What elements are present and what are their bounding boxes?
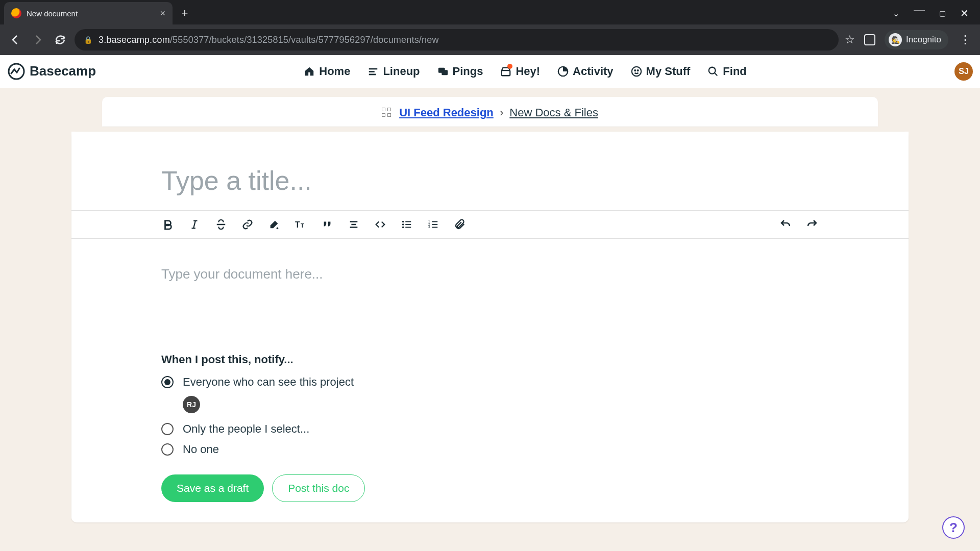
extensions-icon[interactable] xyxy=(864,34,875,45)
quote-button[interactable] xyxy=(321,218,334,231)
help-button[interactable]: ? xyxy=(942,516,965,539)
grid-icon[interactable] xyxy=(382,108,391,117)
bookmark-icon[interactable]: ☆ xyxy=(845,33,855,46)
nav-lineup[interactable]: Lineup xyxy=(368,65,420,78)
back-button[interactable] xyxy=(7,32,23,48)
nav-pings-label: Pings xyxy=(453,65,483,78)
nav-activity[interactable]: Activity xyxy=(557,65,613,78)
save-draft-button[interactable]: Save as a draft xyxy=(161,474,264,502)
browser-tab[interactable]: New document × xyxy=(4,2,173,24)
bullet-list-button[interactable] xyxy=(400,218,413,231)
help-icon: ? xyxy=(949,520,958,536)
svg-rect-18 xyxy=(405,221,411,222)
member-initials: RJ xyxy=(187,400,196,409)
nav-lineup-label: Lineup xyxy=(383,65,420,78)
radio-icon xyxy=(161,443,174,456)
radio-icon xyxy=(161,376,174,388)
document-body-input[interactable] xyxy=(71,239,909,351)
svg-text:3: 3 xyxy=(428,225,430,229)
bold-button[interactable] xyxy=(161,218,175,231)
search-icon xyxy=(707,66,719,77)
undo-button[interactable] xyxy=(779,218,792,231)
url-field[interactable]: 🔒 3.basecamp.com/5550377/buckets/3132581… xyxy=(75,29,839,51)
highlight-button[interactable] xyxy=(267,218,281,231)
svg-rect-2 xyxy=(369,71,375,72)
user-avatar[interactable]: SJ xyxy=(954,62,973,81)
notify-option-select[interactable]: Only the people I select... xyxy=(161,422,819,436)
svg-rect-25 xyxy=(432,224,437,225)
breadcrumb-separator: › xyxy=(497,106,506,119)
nav-hey[interactable]: Hey! xyxy=(500,65,540,78)
notify-section: When I post this, notify... Everyone who… xyxy=(71,353,909,456)
activity-icon xyxy=(557,66,569,77)
italic-button[interactable] xyxy=(188,218,201,231)
notification-dot-icon xyxy=(507,64,512,69)
mystuff-icon xyxy=(631,66,642,77)
svg-point-10 xyxy=(637,70,638,71)
svg-rect-24 xyxy=(432,221,437,222)
document-title-input[interactable] xyxy=(71,132,909,210)
avatar-initials: SJ xyxy=(959,67,969,76)
nav-pings[interactable]: Pings xyxy=(437,65,483,78)
forward-button[interactable] xyxy=(30,32,46,48)
lineup-icon xyxy=(368,66,379,77)
favicon-icon xyxy=(11,8,21,18)
nav-hey-label: Hey! xyxy=(516,65,540,78)
svg-point-11 xyxy=(709,67,716,73)
svg-point-17 xyxy=(402,227,404,229)
close-tab-icon[interactable]: × xyxy=(160,8,165,19)
notify-option-noone[interactable]: No one xyxy=(161,443,819,456)
nav-mystuff-label: My Stuff xyxy=(646,65,691,78)
reload-button[interactable] xyxy=(52,32,68,48)
new-tab-button[interactable]: + xyxy=(177,5,193,21)
action-row: Save as a draft Post this doc xyxy=(71,463,909,502)
pings-icon xyxy=(437,66,449,77)
nav-find[interactable]: Find xyxy=(707,65,746,78)
incognito-label: Incognito xyxy=(906,35,941,45)
redo-button[interactable] xyxy=(805,218,819,231)
minimize-icon[interactable]: — xyxy=(914,4,925,17)
align-button[interactable] xyxy=(347,218,360,231)
nav-find-label: Find xyxy=(723,65,746,78)
nav-activity-label: Activity xyxy=(573,65,613,78)
page: UI Feed Redesign › New Docs & Files TT 1… xyxy=(0,88,980,522)
code-button[interactable] xyxy=(374,218,387,231)
attachment-button[interactable] xyxy=(453,218,467,231)
nav-home[interactable]: Home xyxy=(304,65,350,78)
document-card: TT 123 When I post this, notify... Every… xyxy=(71,132,909,522)
link-button[interactable] xyxy=(241,218,254,231)
notify-option-everyone[interactable]: Everyone who can see this project xyxy=(161,375,819,389)
editor-toolbar: TT 123 xyxy=(71,210,909,239)
url-text: 3.basecamp.com/5550377/buckets/31325815/… xyxy=(99,35,439,45)
strikethrough-button[interactable] xyxy=(214,218,228,231)
notify-everyone-label: Everyone who can see this project xyxy=(183,375,354,389)
logo[interactable]: Basecamp xyxy=(7,62,96,81)
window-controls: ⌄ — ▢ ✕ xyxy=(893,2,980,24)
nav-home-label: Home xyxy=(319,65,350,78)
svg-point-8 xyxy=(631,66,641,76)
browser-chrome: New document × + ⌄ — ▢ ✕ 🔒 3.basecamp.co… xyxy=(0,0,980,55)
incognito-icon: 🕵 xyxy=(889,33,902,46)
svg-text:T: T xyxy=(295,220,300,229)
svg-rect-19 xyxy=(405,224,411,225)
nav-mystuff[interactable]: My Stuff xyxy=(631,65,691,78)
member-avatar[interactable]: RJ xyxy=(183,396,200,413)
notify-heading: When I post this, notify... xyxy=(161,353,819,366)
incognito-badge[interactable]: 🕵 Incognito xyxy=(885,30,948,49)
tab-bar: New document × + ⌄ — ▢ ✕ xyxy=(0,0,980,24)
tab-title: New document xyxy=(27,9,78,18)
post-doc-button[interactable]: Post this doc xyxy=(272,474,365,502)
maximize-icon[interactable]: ▢ xyxy=(939,9,946,17)
breadcrumb-project-link[interactable]: UI Feed Redesign xyxy=(399,106,494,119)
breadcrumb-section-link[interactable]: New Docs & Files xyxy=(509,106,598,119)
close-window-icon[interactable]: ✕ xyxy=(960,7,969,19)
browser-menu-icon[interactable]: ⋮ xyxy=(958,33,973,46)
number-list-button[interactable]: 123 xyxy=(427,218,440,231)
svg-point-12 xyxy=(277,228,279,230)
svg-point-9 xyxy=(634,70,635,71)
radio-icon xyxy=(161,423,174,435)
heading-button[interactable]: TT xyxy=(294,218,307,231)
tab-search-icon[interactable]: ⌄ xyxy=(893,9,899,18)
notify-select-label: Only the people I select... xyxy=(183,422,309,436)
main-nav: Home Lineup Pings Hey! Activity My Stuff… xyxy=(304,65,747,78)
